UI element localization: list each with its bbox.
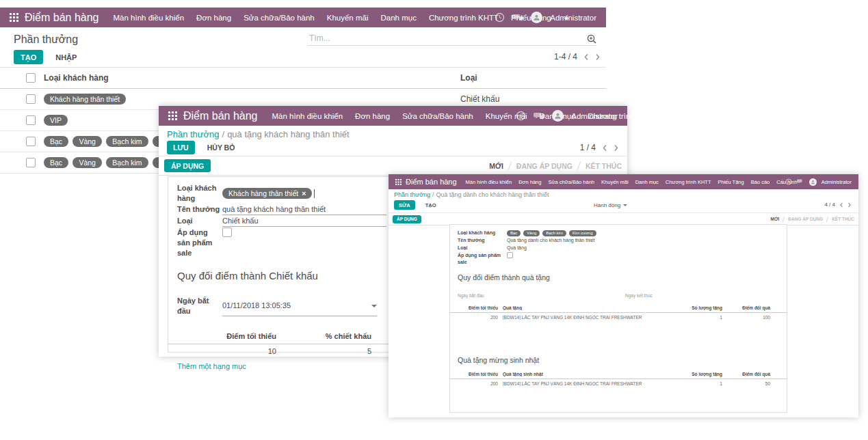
- col-min-points[interactable]: Điểm tối thiểu: [168, 332, 276, 340]
- menu-promotions[interactable]: Khuyến mãi: [321, 14, 375, 22]
- col-min-points[interactable]: Điểm tối thiểu: [450, 372, 498, 376]
- field-label-reward-name: Tên thưởng: [177, 204, 222, 215]
- row-checkbox[interactable]: [26, 94, 36, 104]
- search-input[interactable]: [308, 33, 587, 44]
- apps-grid-icon[interactable]: [395, 179, 402, 185]
- cell-points-cost: 100: [722, 315, 770, 320]
- apps-grid-icon[interactable]: [168, 111, 177, 120]
- activities-clock-icon[interactable]: [785, 178, 792, 185]
- username[interactable]: Administrator: [550, 14, 596, 22]
- username[interactable]: Administrator: [571, 112, 618, 120]
- col-min-points[interactable]: Điểm tối thiểu: [450, 305, 498, 310]
- col-gift[interactable]: Quà tặng: [498, 305, 668, 310]
- start-date-input[interactable]: 01/11/2018 13:05:35: [222, 296, 377, 316]
- add-line-link[interactable]: Thêm một hạng mục: [177, 362, 386, 370]
- discard-button[interactable]: HỦY BỎ: [203, 143, 239, 152]
- messages-chat-icon[interactable]: [534, 111, 544, 121]
- status-done[interactable]: KẾT THÚC: [586, 162, 622, 170]
- customer-type-field[interactable]: Khách hàng thân thiết×: [222, 183, 386, 204]
- username[interactable]: Administrator: [821, 179, 852, 185]
- col-points-cost[interactable]: Điểm đổi quà: [722, 305, 770, 310]
- menu-dashboard[interactable]: Màn hình điều khiển: [107, 14, 191, 22]
- pager-prev-icon[interactable]: [839, 202, 843, 208]
- menu-orders[interactable]: Đơn hàng: [515, 179, 544, 185]
- birthday-table-row[interactable]: 200 [BDW14] LẮC TAY PNJ VÀNG 14K ĐÍNH NG…: [450, 381, 787, 386]
- action-menu-button[interactable]: Hành động: [594, 202, 627, 208]
- app-title[interactable]: Điểm bán hàng: [25, 12, 99, 24]
- menu-repair[interactable]: Sửa chữa/Bảo hành: [396, 112, 479, 120]
- edit-button[interactable]: SỬA: [394, 200, 415, 210]
- field-label-type: Loại: [458, 245, 507, 251]
- pager-next-icon[interactable]: [595, 53, 601, 61]
- apply-sale-checkbox[interactable]: [507, 252, 513, 258]
- row-checkbox[interactable]: [26, 137, 36, 146]
- column-customer-type[interactable]: Loại khách hàng: [44, 73, 109, 83]
- row-checkbox[interactable]: [26, 115, 36, 125]
- pager-prev-icon[interactable]: [602, 144, 607, 152]
- create-button[interactable]: TẠO: [421, 202, 440, 209]
- pager-prev-icon[interactable]: [583, 53, 589, 61]
- remove-tag-icon[interactable]: ×: [302, 189, 306, 197]
- menu-repair[interactable]: Sửa chữa/Bảo hành: [544, 179, 598, 185]
- field-label-customer-type: Loại khách hàng: [177, 183, 222, 204]
- activities-clock-icon[interactable]: [495, 12, 505, 23]
- apply-button[interactable]: ÁP DỤNG: [393, 215, 421, 223]
- col-discount-pct[interactable]: % chiết khấu: [276, 332, 371, 340]
- menu-giftcard[interactable]: Phiếu Tặng: [663, 112, 716, 120]
- search-magnifier-icon[interactable]: [587, 34, 596, 44]
- row-checkbox[interactable]: [26, 158, 36, 167]
- field-label-apply-sale: Áp dụng sản phẩm sale: [458, 252, 507, 266]
- menu-dashboard[interactable]: Màn hình điều khiển: [266, 112, 350, 120]
- menu-loyalty[interactable]: Chương trình KHTT: [423, 14, 505, 22]
- menu-promotions[interactable]: Khuyến mãi: [598, 179, 632, 185]
- section-title-discount: Quy đổi điểm thành Chiết khấu: [177, 270, 386, 281]
- breadcrumb-parent[interactable]: Phần thưởng: [394, 191, 430, 198]
- status-new[interactable]: MỚI: [489, 162, 503, 170]
- col-gift-qty[interactable]: Số lượng tặng: [668, 372, 722, 376]
- messages-chat-icon[interactable]: [797, 178, 804, 185]
- status-new[interactable]: MỚI: [771, 217, 780, 221]
- status-running[interactable]: ĐANG ÁP DỤNG: [788, 217, 823, 221]
- section-title-gift: Quy đổi điểm thành quà tặng: [458, 273, 779, 281]
- col-birthday-gift[interactable]: Quà tặng sinh nhật: [498, 372, 668, 376]
- col-points-cost[interactable]: Điểm đổi quà: [722, 372, 770, 376]
- menu-orders[interactable]: Đơn hàng: [349, 112, 396, 120]
- user-avatar[interactable]: [531, 12, 542, 23]
- menu-catalog[interactable]: Danh mục: [632, 179, 662, 185]
- menu-orders[interactable]: Đơn hàng: [190, 14, 237, 22]
- app-title[interactable]: Điểm bán hàng: [406, 178, 457, 186]
- apply-button[interactable]: ÁP DỤNG: [164, 159, 211, 172]
- status-running[interactable]: ĐANG ÁP DỤNG: [516, 162, 573, 170]
- apps-grid-icon[interactable]: [10, 13, 18, 22]
- discount-table-row[interactable]: 10 5: [168, 347, 395, 355]
- breadcrumb-parent[interactable]: Phần thưởng: [167, 129, 220, 139]
- caret-down-icon[interactable]: [371, 305, 377, 307]
- save-button[interactable]: LƯU: [167, 141, 195, 154]
- select-all-checkbox[interactable]: [26, 73, 36, 83]
- pager-next-icon[interactable]: [614, 144, 619, 152]
- activities-clock-icon[interactable]: [516, 111, 526, 121]
- reward-name-input[interactable]: quà tặng khách hàng thân thiết: [222, 204, 386, 215]
- menu-more-plus[interactable]: +: [716, 112, 735, 120]
- column-type[interactable]: Loại: [460, 73, 477, 83]
- import-button[interactable]: NHẬP: [51, 53, 81, 62]
- apply-sale-checkbox[interactable]: [222, 228, 232, 237]
- field-label-start-date: Ngày bắt đầu: [458, 293, 625, 298]
- messages-chat-icon[interactable]: [512, 13, 523, 23]
- type-select[interactable]: Chiết khấu: [222, 216, 386, 227]
- pager-next-icon[interactable]: [847, 202, 852, 208]
- user-avatar[interactable]: [552, 110, 564, 122]
- gift-table-row[interactable]: 200 [BDW14] LẮC TAY PNJ VÀNG 14K ĐÍNH NG…: [450, 315, 787, 320]
- menu-catalog[interactable]: Danh mục: [375, 14, 423, 22]
- menu-dashboard[interactable]: Màn hình điều khiển: [462, 179, 516, 185]
- top-navbar: Điểm bán hàng Màn hình điều khiển Đơn hà…: [159, 106, 627, 126]
- menu-loyalty[interactable]: Chương trình KHTT: [662, 179, 715, 185]
- col-gift-qty[interactable]: Số lượng tặng: [668, 305, 722, 310]
- menu-repair[interactable]: Sửa chữa/Bảo hành: [237, 14, 321, 22]
- menu-giftcard[interactable]: Phiếu Tặng: [714, 179, 747, 185]
- app-title[interactable]: Điểm bán hàng: [183, 110, 258, 122]
- user-avatar[interactable]: [809, 178, 817, 186]
- create-button[interactable]: TẠO: [14, 50, 43, 64]
- menu-reports[interactable]: Báo cáo: [748, 179, 774, 185]
- status-done[interactable]: KẾT THÚC: [832, 217, 854, 221]
